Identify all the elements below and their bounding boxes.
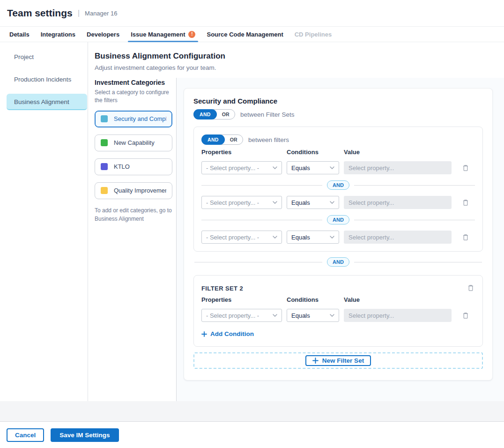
properties-header: Properties — [201, 296, 282, 303]
footer-spacer — [0, 401, 504, 422]
content-area: Project Production Incidents Business Al… — [0, 42, 504, 401]
sidebar-item-business-alignment[interactable]: Business Alignment — [7, 94, 87, 110]
filters-panel: Security and Compliance AND OR between F… — [184, 88, 493, 381]
team-name-label: Manager 16 — [85, 10, 117, 17]
main-heading-block: Business Alignment Configuration Adjust … — [88, 42, 504, 78]
filter-set-2-title: FILTER SET 2 — [201, 283, 243, 292]
filter-column-headers: Properties Conditions Value — [201, 296, 475, 303]
value-header: Value — [344, 296, 452, 303]
tab-cd-pipelines: CD Pipelines — [289, 27, 337, 42]
delete-condition-button[interactable] — [461, 198, 470, 207]
tab-developers[interactable]: Developers — [81, 27, 125, 42]
investment-categories-title: Investment Categories — [95, 79, 172, 86]
save-im-settings-button[interactable]: Save IM Settings — [51, 428, 119, 442]
main-region: Business Alignment Configuration Adjust … — [88, 42, 504, 401]
properties-header: Properties — [201, 149, 282, 156]
delete-filter-set-button[interactable] — [467, 283, 475, 292]
condition-select[interactable]: Equals — [287, 161, 339, 174]
category-button-new-capability[interactable]: New Capability — [95, 134, 172, 151]
and-connector: AND — [201, 180, 475, 190]
and-connector: AND — [201, 215, 475, 224]
trash-icon — [462, 312, 469, 319]
categories-footnote: To add or edit categories, go to Busines… — [95, 206, 172, 224]
and-option[interactable]: AND — [193, 109, 217, 119]
main-body: Investment Categories Select a category … — [88, 78, 504, 401]
chevron-down-icon — [273, 166, 277, 169]
between-filter-sets-label: between Filter Sets — [240, 111, 295, 118]
chevron-down-icon — [330, 166, 334, 169]
tab-details[interactable]: Details — [4, 27, 35, 42]
and-connector-between-sets: AND — [194, 257, 482, 267]
value-input[interactable] — [344, 309, 452, 322]
title-separator: | — [78, 8, 80, 18]
category-button-security-and-compliance[interactable]: Security and Compli... — [95, 111, 172, 127]
conditions-header: Conditions — [287, 149, 339, 156]
chevron-down-icon — [330, 236, 334, 239]
footer-action-bar: Cancel Save IM Settings — [0, 422, 504, 448]
page-header: Team settings | Manager 16 — [0, 0, 504, 27]
tab-issue-management[interactable]: Issue Management ! — [125, 27, 201, 42]
value-header: Value — [344, 149, 452, 156]
cancel-button[interactable]: Cancel — [7, 428, 44, 442]
chevron-down-icon — [273, 314, 277, 317]
category-color-swatch — [101, 139, 108, 146]
section-subtitle: Adjust investment categories for your te… — [95, 64, 493, 71]
filter-set-2-header: FILTER SET 2 — [201, 283, 475, 292]
or-option[interactable]: OR — [217, 112, 235, 117]
condition-select[interactable]: Equals — [287, 231, 339, 244]
category-color-swatch — [101, 187, 108, 194]
add-condition-button[interactable]: Add Condition — [201, 330, 254, 337]
and-or-toggle[interactable]: AND OR — [193, 109, 235, 119]
category-color-swatch — [101, 115, 108, 122]
filter-row: - Select property... - Equals — [201, 309, 475, 322]
investment-categories-column: Investment Categories Select a category … — [88, 78, 177, 401]
delete-condition-button[interactable] — [461, 311, 470, 320]
property-select[interactable]: - Select property... - — [201, 196, 282, 209]
value-input[interactable] — [344, 161, 452, 174]
or-option[interactable]: OR — [225, 137, 243, 142]
warning-badge-icon: ! — [188, 31, 195, 38]
delete-condition-button[interactable] — [461, 163, 470, 172]
condition-select[interactable]: Equals — [287, 309, 339, 322]
sidebar-item-project[interactable]: Project — [7, 49, 87, 65]
filter-row: - Select property... - Equals — [201, 231, 475, 244]
trash-icon — [467, 284, 474, 291]
property-select[interactable]: - Select property... - — [201, 309, 282, 322]
tab-source-code-management[interactable]: Source Code Management — [201, 27, 289, 42]
plus-icon — [312, 358, 319, 364]
filter-column-headers: Properties Conditions Value — [201, 149, 475, 156]
chevron-down-icon — [273, 201, 277, 204]
new-filter-set-dropzone: New Filter Set — [193, 352, 483, 369]
filters-operator-row: AND OR between filters — [201, 134, 475, 145]
settings-sidebar: Project Production Incidents Business Al… — [0, 42, 88, 401]
category-button-quality-improvements[interactable]: Quality Improvements — [95, 182, 172, 199]
delete-condition-button[interactable] — [461, 232, 470, 242]
tab-bar: Details Integrations Developers Issue Ma… — [0, 27, 504, 42]
property-select[interactable]: - Select property... - — [201, 231, 282, 244]
chevron-down-icon — [330, 314, 334, 317]
filter-sets-operator-row: AND OR between Filter Sets — [193, 109, 483, 119]
filter-set-1-card: AND OR between filters Properties Condit… — [193, 127, 483, 252]
section-title: Business Alignment Configuration — [95, 52, 493, 61]
investment-categories-hint: Select a category to configure the filte… — [95, 89, 172, 105]
trash-icon — [462, 233, 469, 241]
between-filters-label: between filters — [248, 136, 289, 143]
chevron-down-icon — [330, 201, 334, 204]
value-input[interactable] — [344, 196, 452, 209]
filter-set-2-card: FILTER SET 2 Properties Conditions Value — [193, 275, 483, 347]
value-input[interactable] — [344, 231, 452, 244]
trash-icon — [462, 199, 469, 206]
and-option[interactable]: AND — [201, 134, 225, 145]
category-button-ktlo[interactable]: KTLO — [95, 158, 172, 175]
new-filter-set-button[interactable]: New Filter Set — [305, 355, 371, 366]
conditions-header: Conditions — [287, 296, 339, 303]
condition-select[interactable]: Equals — [287, 196, 339, 209]
property-select[interactable]: - Select property... - — [201, 161, 282, 174]
tab-integrations[interactable]: Integrations — [35, 27, 81, 42]
chevron-down-icon — [273, 236, 277, 239]
category-color-swatch — [101, 163, 108, 170]
filter-row: - Select property... - Equals — [201, 161, 475, 174]
sidebar-item-production-incidents[interactable]: Production Incidents — [7, 71, 87, 88]
filters-panel-background: Security and Compliance AND OR between F… — [177, 78, 504, 401]
and-or-toggle[interactable]: AND OR — [201, 134, 243, 145]
